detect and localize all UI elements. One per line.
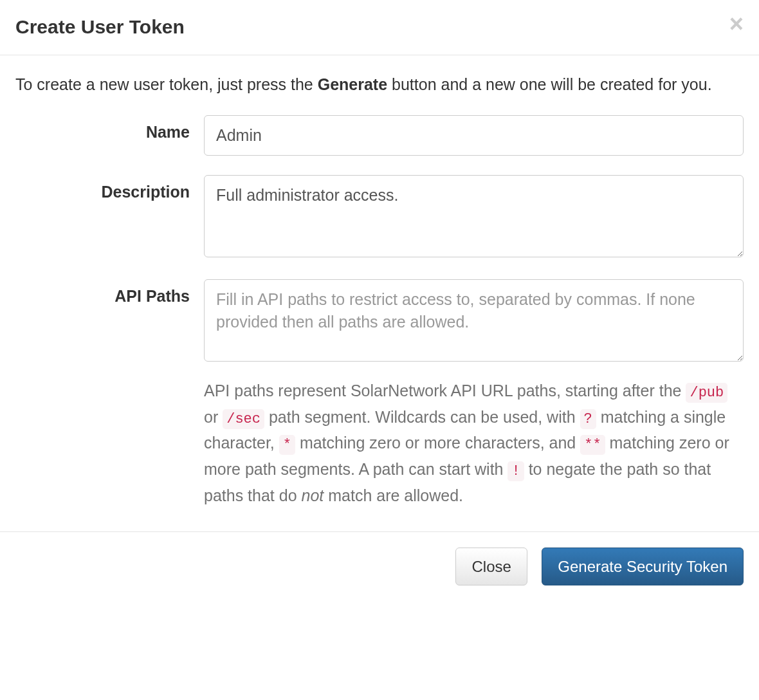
code-sec: /sec bbox=[223, 409, 264, 429]
form-row-api-paths: API Paths API paths represent SolarNetwo… bbox=[15, 279, 744, 509]
name-label: Name bbox=[15, 115, 204, 142]
intro-after: button and a new one will be created for… bbox=[387, 75, 712, 93]
description-field-wrap: Full administrator access. bbox=[204, 175, 744, 260]
close-icon[interactable]: × bbox=[729, 15, 744, 33]
api-paths-field-wrap: API paths represent SolarNetwork API URL… bbox=[204, 279, 744, 509]
code-pub: /pub bbox=[686, 383, 727, 403]
help-em: not bbox=[302, 486, 324, 504]
close-button[interactable]: Close bbox=[455, 548, 527, 585]
api-paths-textarea[interactable] bbox=[204, 279, 744, 362]
form-row-description: Description Full administrator access. bbox=[15, 175, 744, 260]
modal-header: Create User Token × bbox=[0, 0, 759, 55]
code-star: * bbox=[279, 435, 295, 455]
code-question: ? bbox=[580, 409, 596, 429]
code-bang: ! bbox=[508, 461, 524, 481]
api-paths-label: API Paths bbox=[15, 279, 204, 306]
name-field-wrap bbox=[204, 115, 744, 156]
api-paths-help: API paths represent SolarNetwork API URL… bbox=[204, 378, 744, 509]
generate-security-token-button[interactable]: Generate Security Token bbox=[542, 548, 744, 585]
intro-before: To create a new user token, just press t… bbox=[15, 75, 318, 93]
modal-footer: Close Generate Security Token bbox=[0, 531, 759, 603]
description-label: Description bbox=[15, 175, 204, 201]
modal-title: Create User Token bbox=[15, 14, 744, 39]
name-input[interactable] bbox=[204, 115, 744, 156]
description-textarea[interactable]: Full administrator access. bbox=[204, 175, 744, 257]
intro-text: To create a new user token, just press t… bbox=[15, 72, 744, 97]
modal-body: To create a new user token, just press t… bbox=[0, 55, 759, 531]
form-row-name: Name bbox=[15, 115, 744, 156]
code-doublestar: ** bbox=[580, 435, 605, 455]
intro-bold: Generate bbox=[318, 75, 387, 93]
